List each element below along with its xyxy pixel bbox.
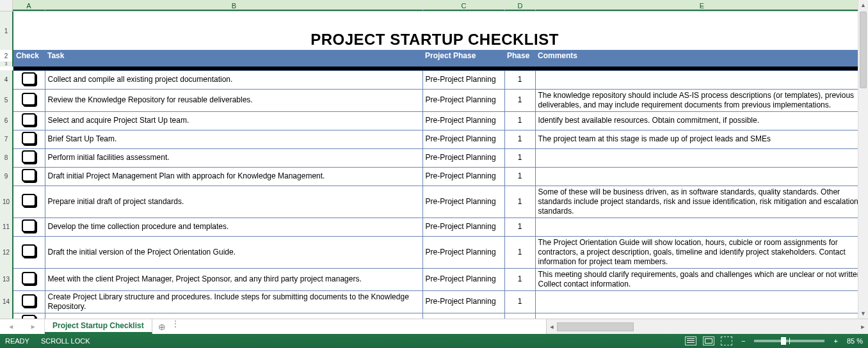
phase-num-cell[interactable]: 1 [504, 167, 535, 186]
row-header[interactable]: 5 [0, 89, 13, 111]
checkbox-icon[interactable] [22, 150, 36, 163]
row-header[interactable]: 4 [0, 70, 13, 89]
comments-cell[interactable] [535, 313, 858, 319]
scroll-up-arrow-icon[interactable]: ▲ [858, 0, 868, 10]
task-cell[interactable]: Review the Knowledge Repository for reus… [45, 89, 422, 111]
horizontal-scrollbar[interactable]: ◄ ► [546, 319, 868, 334]
col-header-A[interactable]: A [13, 0, 45, 11]
comments-cell[interactable] [535, 70, 858, 89]
vertical-scroll-thumb[interactable] [860, 12, 867, 88]
scroll-right-arrow-icon[interactable]: ► [858, 324, 868, 330]
task-cell[interactable]: Draft initial Project Management Plan wi… [45, 167, 422, 186]
phase-cell[interactable]: Pre-Project Planning [422, 89, 504, 111]
phase-num-cell[interactable]: 1 [504, 148, 535, 167]
checkbox-cell[interactable] [13, 70, 45, 89]
checkbox-icon[interactable] [22, 272, 36, 285]
checkbox-cell[interactable] [13, 148, 45, 167]
task-cell[interactable]: Perform initial facilities assessment. [45, 148, 422, 167]
col-header-C[interactable]: C [422, 0, 504, 11]
row-header-3[interactable]: 3 [0, 61, 13, 67]
tab-nav-prev-icon[interactable]: ◄ [8, 323, 14, 330]
sheet-tab-active[interactable]: Project Startup Checklist [45, 319, 152, 334]
checkbox-cell[interactable] [13, 167, 45, 186]
phase-num-cell[interactable]: 1 [504, 217, 535, 236]
checkbox-icon[interactable] [22, 72, 36, 85]
col-header-D[interactable]: D [504, 0, 535, 11]
phase-num-cell[interactable]: 1 [504, 290, 535, 313]
phase-cell[interactable]: Pre-Project Planning [422, 313, 504, 319]
comments-cell[interactable] [535, 148, 858, 167]
row-header[interactable]: 13 [0, 268, 13, 290]
row-header[interactable]: 9 [0, 167, 13, 186]
zoom-slider[interactable] [754, 340, 824, 342]
checkbox-cell[interactable] [13, 217, 45, 236]
view-page-break-button[interactable] [721, 336, 732, 345]
zoom-level[interactable]: 85 % [847, 337, 863, 345]
comments-cell[interactable]: The project team at this stage is made u… [535, 130, 858, 148]
col-header-B[interactable]: B [45, 0, 422, 11]
phase-num-cell[interactable]: 1 [504, 313, 535, 319]
phase-cell[interactable]: Pre-Project Planning [422, 70, 504, 89]
checkbox-cell[interactable] [13, 313, 45, 319]
checkbox-icon[interactable] [22, 194, 36, 207]
horizontal-scroll-thumb[interactable] [557, 322, 634, 331]
phase-cell[interactable]: Pre-Project Planning [422, 167, 504, 186]
comments-cell[interactable] [535, 290, 858, 313]
checkbox-cell[interactable] [13, 186, 45, 217]
phase-num-cell[interactable]: 1 [504, 186, 535, 217]
comments-cell[interactable]: Some of these will be business driven, a… [535, 186, 858, 217]
col-header-E[interactable]: E [535, 0, 868, 11]
scroll-left-arrow-icon[interactable]: ◄ [547, 324, 557, 330]
comments-cell[interactable]: The knowledge repository should include … [535, 89, 858, 111]
row-header-2[interactable]: 2 [0, 50, 13, 61]
checkbox-icon[interactable] [22, 132, 36, 145]
row-header[interactable]: 8 [0, 148, 13, 167]
checkbox-cell[interactable] [13, 236, 45, 268]
view-page-layout-button[interactable] [703, 336, 714, 345]
task-cell[interactable]: Brief Start Up Team. [45, 130, 422, 148]
phase-num-cell[interactable]: 1 [504, 236, 535, 268]
phase-cell[interactable]: Pre-Project Planning [422, 236, 504, 268]
checkbox-cell[interactable] [13, 111, 45, 130]
checkbox-icon[interactable] [22, 169, 36, 182]
phase-num-cell[interactable]: 1 [504, 70, 535, 89]
task-cell[interactable]: Collect and compile all existing project… [45, 70, 422, 89]
phase-cell[interactable]: Pre-Project Planning [422, 217, 504, 236]
add-sheet-button[interactable]: ⊕ [152, 319, 172, 334]
row-header[interactable]: 14 [0, 290, 13, 313]
comments-cell[interactable] [535, 167, 858, 186]
scroll-down-arrow-icon[interactable]: ▼ [858, 308, 868, 319]
row-header[interactable]: 7 [0, 130, 13, 148]
row-header-1[interactable]: 1 [0, 12, 13, 50]
phase-cell[interactable]: Pre-Project Planning [422, 148, 504, 167]
comments-cell[interactable]: Identify best available resources. Obtai… [535, 111, 858, 130]
phase-cell[interactable]: Pre-Project Planning [422, 111, 504, 130]
row-header[interactable]: 10 [0, 186, 13, 217]
task-cell[interactable]: Select and acquire Project Start Up team… [45, 111, 422, 130]
phase-num-cell[interactable]: 1 [504, 268, 535, 290]
phase-cell[interactable]: Pre-Project Planning [422, 290, 504, 313]
row-header[interactable]: 6 [0, 111, 13, 130]
view-normal-button[interactable] [685, 336, 696, 345]
zoom-in-button[interactable]: + [831, 337, 840, 345]
checkbox-cell[interactable] [13, 130, 45, 148]
phase-num-cell[interactable]: 1 [504, 89, 535, 111]
grid-area[interactable]: 1 PROJECT STARTUP CHECKLIST 2 Check Task… [0, 12, 858, 319]
task-cell[interactable]: Meet with the client Project Manager, Pr… [45, 268, 422, 290]
checkbox-icon[interactable] [22, 219, 36, 232]
phase-num-cell[interactable]: 1 [504, 111, 535, 130]
comments-cell[interactable] [535, 217, 858, 236]
phase-num-cell[interactable]: 1 [504, 130, 535, 148]
vertical-scrollbar[interactable]: ▲ ▼ [858, 0, 868, 319]
tab-splitter-icon[interactable]: ⋮ [172, 319, 178, 334]
checkbox-icon[interactable] [22, 113, 36, 126]
row-header[interactable]: 15 [0, 313, 13, 319]
checkbox-icon[interactable] [22, 294, 36, 307]
phase-cell[interactable]: Pre-Project Planning [422, 268, 504, 290]
checkbox-cell[interactable] [13, 268, 45, 290]
phase-cell[interactable]: Pre-Project Planning [422, 186, 504, 217]
checkbox-cell[interactable] [13, 290, 45, 313]
phase-cell[interactable]: Pre-Project Planning [422, 130, 504, 148]
tab-nav-buttons[interactable]: ◄ ► [0, 319, 45, 334]
checkbox-cell[interactable] [13, 89, 45, 111]
